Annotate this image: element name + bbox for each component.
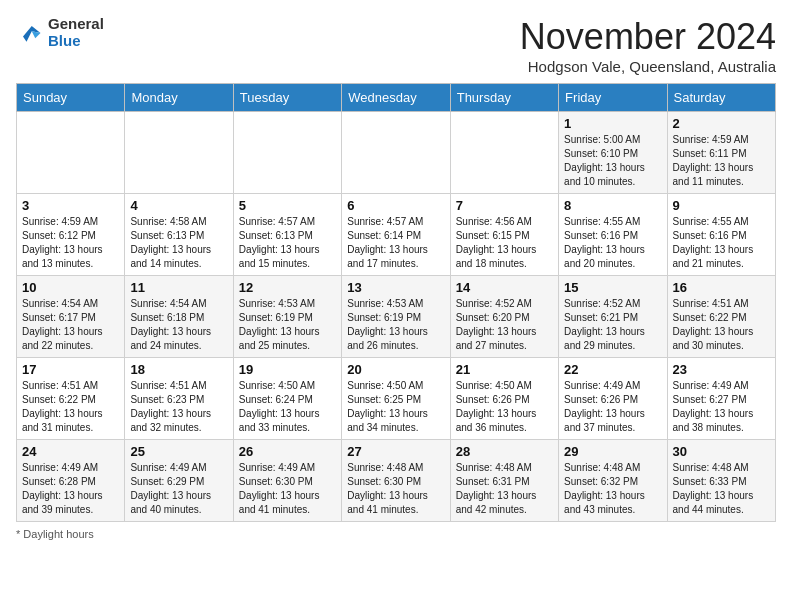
day-info: Sunrise: 4:50 AMSunset: 6:26 PMDaylight:… (456, 379, 553, 435)
column-header-sunday: Sunday (17, 84, 125, 112)
day-cell: 6Sunrise: 4:57 AMSunset: 6:14 PMDaylight… (342, 194, 450, 276)
day-number: 12 (239, 280, 336, 295)
day-number: 16 (673, 280, 770, 295)
day-info: Sunrise: 4:55 AMSunset: 6:16 PMDaylight:… (564, 215, 661, 271)
day-number: 23 (673, 362, 770, 377)
day-info: Sunrise: 4:53 AMSunset: 6:19 PMDaylight:… (239, 297, 336, 353)
day-cell: 1Sunrise: 5:00 AMSunset: 6:10 PMDaylight… (559, 112, 667, 194)
day-info: Sunrise: 4:59 AMSunset: 6:11 PMDaylight:… (673, 133, 770, 189)
day-number: 21 (456, 362, 553, 377)
logo-icon (16, 19, 44, 47)
day-cell: 15Sunrise: 4:52 AMSunset: 6:21 PMDayligh… (559, 276, 667, 358)
week-row-0: 1Sunrise: 5:00 AMSunset: 6:10 PMDaylight… (17, 112, 776, 194)
week-row-4: 24Sunrise: 4:49 AMSunset: 6:28 PMDayligh… (17, 440, 776, 522)
day-info: Sunrise: 4:49 AMSunset: 6:29 PMDaylight:… (130, 461, 227, 517)
day-cell: 26Sunrise: 4:49 AMSunset: 6:30 PMDayligh… (233, 440, 341, 522)
day-cell (450, 112, 558, 194)
logo-general: General (48, 16, 104, 33)
day-number: 27 (347, 444, 444, 459)
day-cell: 18Sunrise: 4:51 AMSunset: 6:23 PMDayligh… (125, 358, 233, 440)
day-cell: 29Sunrise: 4:48 AMSunset: 6:32 PMDayligh… (559, 440, 667, 522)
day-info: Sunrise: 4:49 AMSunset: 6:26 PMDaylight:… (564, 379, 661, 435)
day-info: Sunrise: 4:52 AMSunset: 6:20 PMDaylight:… (456, 297, 553, 353)
day-info: Sunrise: 4:48 AMSunset: 6:31 PMDaylight:… (456, 461, 553, 517)
day-info: Sunrise: 4:48 AMSunset: 6:33 PMDaylight:… (673, 461, 770, 517)
day-info: Sunrise: 4:48 AMSunset: 6:30 PMDaylight:… (347, 461, 444, 517)
day-number: 24 (22, 444, 119, 459)
column-header-tuesday: Tuesday (233, 84, 341, 112)
day-number: 9 (673, 198, 770, 213)
month-title: November 2024 (520, 16, 776, 58)
day-number: 5 (239, 198, 336, 213)
day-number: 15 (564, 280, 661, 295)
day-cell: 12Sunrise: 4:53 AMSunset: 6:19 PMDayligh… (233, 276, 341, 358)
day-number: 8 (564, 198, 661, 213)
day-info: Sunrise: 4:57 AMSunset: 6:14 PMDaylight:… (347, 215, 444, 271)
week-row-3: 17Sunrise: 4:51 AMSunset: 6:22 PMDayligh… (17, 358, 776, 440)
day-number: 28 (456, 444, 553, 459)
column-header-thursday: Thursday (450, 84, 558, 112)
column-header-wednesday: Wednesday (342, 84, 450, 112)
day-info: Sunrise: 4:56 AMSunset: 6:15 PMDaylight:… (456, 215, 553, 271)
day-cell: 7Sunrise: 4:56 AMSunset: 6:15 PMDaylight… (450, 194, 558, 276)
day-number: 7 (456, 198, 553, 213)
day-cell: 10Sunrise: 4:54 AMSunset: 6:17 PMDayligh… (17, 276, 125, 358)
day-number: 17 (22, 362, 119, 377)
day-cell: 19Sunrise: 4:50 AMSunset: 6:24 PMDayligh… (233, 358, 341, 440)
column-header-saturday: Saturday (667, 84, 775, 112)
day-cell: 20Sunrise: 4:50 AMSunset: 6:25 PMDayligh… (342, 358, 450, 440)
day-info: Sunrise: 5:00 AMSunset: 6:10 PMDaylight:… (564, 133, 661, 189)
day-info: Sunrise: 4:57 AMSunset: 6:13 PMDaylight:… (239, 215, 336, 271)
day-cell: 28Sunrise: 4:48 AMSunset: 6:31 PMDayligh… (450, 440, 558, 522)
day-info: Sunrise: 4:51 AMSunset: 6:22 PMDaylight:… (22, 379, 119, 435)
day-number: 26 (239, 444, 336, 459)
day-cell: 8Sunrise: 4:55 AMSunset: 6:16 PMDaylight… (559, 194, 667, 276)
day-cell: 11Sunrise: 4:54 AMSunset: 6:18 PMDayligh… (125, 276, 233, 358)
day-cell: 17Sunrise: 4:51 AMSunset: 6:22 PMDayligh… (17, 358, 125, 440)
day-number: 18 (130, 362, 227, 377)
day-number: 1 (564, 116, 661, 131)
day-number: 25 (130, 444, 227, 459)
day-cell (17, 112, 125, 194)
day-number: 22 (564, 362, 661, 377)
day-info: Sunrise: 4:52 AMSunset: 6:21 PMDaylight:… (564, 297, 661, 353)
day-number: 13 (347, 280, 444, 295)
day-number: 30 (673, 444, 770, 459)
day-cell: 24Sunrise: 4:49 AMSunset: 6:28 PMDayligh… (17, 440, 125, 522)
day-info: Sunrise: 4:50 AMSunset: 6:24 PMDaylight:… (239, 379, 336, 435)
day-info: Sunrise: 4:51 AMSunset: 6:23 PMDaylight:… (130, 379, 227, 435)
day-info: Sunrise: 4:51 AMSunset: 6:22 PMDaylight:… (673, 297, 770, 353)
day-cell: 13Sunrise: 4:53 AMSunset: 6:19 PMDayligh… (342, 276, 450, 358)
day-cell: 21Sunrise: 4:50 AMSunset: 6:26 PMDayligh… (450, 358, 558, 440)
day-info: Sunrise: 4:59 AMSunset: 6:12 PMDaylight:… (22, 215, 119, 271)
day-info: Sunrise: 4:54 AMSunset: 6:18 PMDaylight:… (130, 297, 227, 353)
day-cell: 9Sunrise: 4:55 AMSunset: 6:16 PMDaylight… (667, 194, 775, 276)
day-number: 19 (239, 362, 336, 377)
logo-blue: Blue (48, 33, 104, 50)
location: Hodgson Vale, Queensland, Australia (520, 58, 776, 75)
header: General Blue November 2024 Hodgson Vale,… (16, 16, 776, 75)
day-cell: 4Sunrise: 4:58 AMSunset: 6:13 PMDaylight… (125, 194, 233, 276)
daylight-label: Daylight hours (23, 528, 93, 540)
week-row-1: 3Sunrise: 4:59 AMSunset: 6:12 PMDaylight… (17, 194, 776, 276)
day-info: Sunrise: 4:58 AMSunset: 6:13 PMDaylight:… (130, 215, 227, 271)
day-cell: 3Sunrise: 4:59 AMSunset: 6:12 PMDaylight… (17, 194, 125, 276)
day-number: 6 (347, 198, 444, 213)
week-row-2: 10Sunrise: 4:54 AMSunset: 6:17 PMDayligh… (17, 276, 776, 358)
day-cell: 30Sunrise: 4:48 AMSunset: 6:33 PMDayligh… (667, 440, 775, 522)
day-cell: 16Sunrise: 4:51 AMSunset: 6:22 PMDayligh… (667, 276, 775, 358)
day-cell: 5Sunrise: 4:57 AMSunset: 6:13 PMDaylight… (233, 194, 341, 276)
day-info: Sunrise: 4:49 AMSunset: 6:28 PMDaylight:… (22, 461, 119, 517)
title-block: November 2024 Hodgson Vale, Queensland, … (520, 16, 776, 75)
day-cell (125, 112, 233, 194)
day-cell (342, 112, 450, 194)
day-info: Sunrise: 4:50 AMSunset: 6:25 PMDaylight:… (347, 379, 444, 435)
column-header-friday: Friday (559, 84, 667, 112)
calendar: SundayMondayTuesdayWednesdayThursdayFrid… (16, 83, 776, 522)
footer-note: * Daylight hours (16, 528, 776, 540)
day-info: Sunrise: 4:55 AMSunset: 6:16 PMDaylight:… (673, 215, 770, 271)
day-number: 2 (673, 116, 770, 131)
day-info: Sunrise: 4:54 AMSunset: 6:17 PMDaylight:… (22, 297, 119, 353)
day-number: 4 (130, 198, 227, 213)
day-info: Sunrise: 4:49 AMSunset: 6:30 PMDaylight:… (239, 461, 336, 517)
